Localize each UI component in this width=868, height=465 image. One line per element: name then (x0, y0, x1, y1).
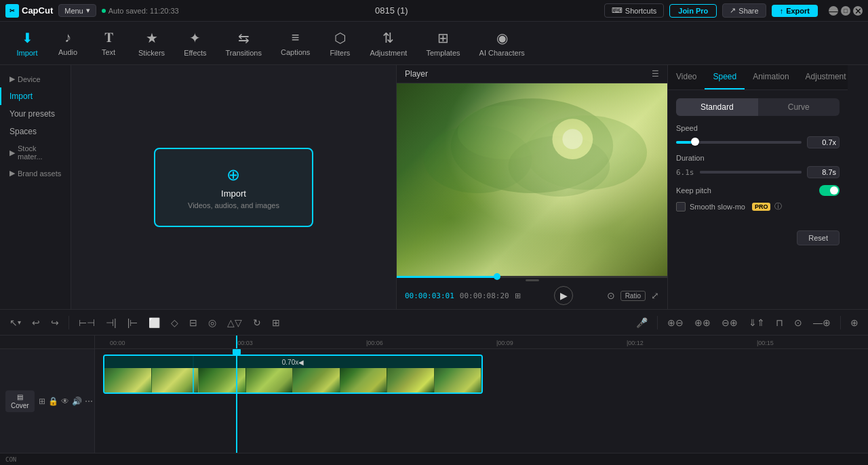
video-clip[interactable]: 0.70x◀ (103, 355, 483, 394)
ruler-mark-2: |00:06 (366, 340, 383, 346)
timeline-ruler: 00:00 |00:03 |00:06 |00:09 |00:12 |00:15 (95, 336, 868, 349)
sidebar-item-import[interactable]: Import (0, 87, 71, 105)
main-area: ▶ Device Import Your presets Spaces ▶ St… (0, 65, 868, 309)
speed-mode-standard[interactable]: Standard (676, 98, 758, 116)
thumb-8 (435, 368, 482, 392)
speed-value[interactable]: 0.7x (807, 136, 840, 148)
split-button[interactable]: ⊢⊣ (75, 315, 99, 331)
join-pro-button[interactable]: Join Pro (669, 4, 717, 18)
track-more-icon[interactable]: ⋯ (85, 397, 93, 406)
rotate-button[interactable]: ↻ (249, 315, 265, 331)
crop-button[interactable]: ◇ (167, 315, 182, 331)
toolbar-adjustment[interactable]: ⇅ Adjustment (361, 27, 415, 60)
track-audio-icon[interactable]: 🔊 (72, 397, 82, 406)
tab-video[interactable]: Video (668, 65, 705, 89)
maximize-button[interactable]: □ (841, 6, 850, 16)
toolbar-templates[interactable]: ⊞ Templates (418, 27, 468, 60)
add-track-button[interactable]: ⊕⊖ (663, 315, 688, 331)
share-button[interactable]: ↗ Share (722, 3, 766, 18)
trim-start-button[interactable]: ⊣| (102, 315, 121, 331)
play-button[interactable]: ▶ (554, 286, 573, 305)
sidebar-section-device[interactable]: ▶ Device (0, 70, 71, 87)
sidebar-section-brand[interactable]: ▶ Brand assets (0, 165, 71, 182)
redo-button[interactable]: ↪ (47, 315, 63, 331)
toolbar-transitions-label: Transitions (226, 49, 262, 57)
grid-icon[interactable]: ⊞ (515, 291, 521, 300)
media-panel: ⊕ Import Videos, audios, and images (71, 65, 397, 309)
reset-button[interactable]: Reset (797, 230, 840, 245)
track-eye-icon[interactable]: 👁 (61, 397, 69, 406)
fullscreen-button[interactable]: ⤢ (651, 290, 659, 301)
toolbar-captions[interactable]: ≡ Captions (273, 27, 318, 59)
fit-button[interactable]: ⊟ (185, 315, 201, 331)
duration-slider[interactable] (700, 171, 802, 174)
duration-value[interactable]: 8.7s (807, 166, 840, 178)
trim-end-button[interactable]: |⊢ (123, 315, 142, 331)
screenshot-button[interactable]: ⊙ (607, 290, 615, 301)
close-button[interactable]: ✕ (853, 6, 863, 16)
minimize-button[interactable]: — (829, 6, 838, 16)
duration-label: Duration (676, 154, 840, 162)
cover-label: Cover (11, 402, 29, 409)
keep-pitch-toggle[interactable] (819, 185, 840, 196)
sidebar-section-stock[interactable]: ▶ Stock mater... (0, 140, 71, 165)
player-menu-icon[interactable]: ☰ (652, 69, 659, 79)
right-tabs: Video Speed Animation Adjustment » (668, 65, 848, 90)
freeze-button[interactable]: ◎ (204, 315, 220, 331)
export-button[interactable]: ↑ Export (772, 5, 818, 17)
toolbar-transitions[interactable]: ⇆ Transitions (218, 27, 270, 60)
toolbar-import[interactable]: ⬇ Import (8, 27, 46, 60)
mic-button[interactable]: 🎤 (632, 315, 652, 331)
ruler-mark-4: |00:12 (627, 340, 644, 346)
toolbar-ai-characters-label: AI Characters (479, 49, 525, 57)
player-collapse-handle[interactable] (526, 279, 539, 281)
cover-button[interactable]: ▤ Cover (5, 390, 35, 412)
duration-start: 6.1s (676, 168, 694, 177)
info-icon[interactable]: ⓘ (774, 201, 782, 211)
toolbar-audio[interactable]: ♪ Audio (49, 27, 87, 59)
logo-icon: ✂ (5, 4, 19, 18)
import-dropzone[interactable]: ⊕ Import Videos, audios, and images (154, 148, 313, 227)
keep-pitch-row: Keep pitch (676, 185, 840, 196)
undo-button[interactable]: ↩ (28, 315, 44, 331)
more-button[interactable]: ⊞ (268, 315, 284, 331)
shortcuts-button[interactable]: ⌨ Shortcuts (604, 3, 664, 18)
toolbar-stickers-label: Stickers (138, 49, 165, 57)
toolbar-ai-characters[interactable]: ◉ AI Characters (471, 27, 533, 60)
chevron-right-icon: ▶ (9, 75, 15, 83)
ratio-badge[interactable]: Ratio (620, 291, 646, 301)
ripple-button[interactable]: ⊓ (772, 315, 787, 331)
minus-button[interactable]: —⊕ (809, 315, 835, 331)
sidebar-item-presets[interactable]: Your presets (0, 105, 71, 123)
player-header: Player ☰ (397, 65, 667, 83)
delete-button[interactable]: ⬜ (144, 315, 164, 331)
bottom-bar: CON (0, 453, 868, 465)
detach-audio-button[interactable]: ⇓⇑ (745, 315, 769, 331)
speed-slider[interactable] (676, 141, 802, 144)
magnet-button[interactable]: ⊙ (790, 315, 806, 331)
speed-mode-curve[interactable]: Curve (758, 98, 840, 116)
track-visibility-icon[interactable]: 🔒 (48, 397, 58, 406)
auto-button[interactable]: △▽ (223, 315, 246, 331)
select-tool-button[interactable]: ↖ ▾ (5, 315, 25, 331)
menu-button[interactable]: Menu ▾ (58, 4, 96, 17)
tab-speed[interactable]: Speed (705, 65, 745, 89)
split-audio-button[interactable]: ⊖⊕ (717, 315, 742, 331)
tab-animation[interactable]: Animation (745, 65, 797, 89)
smooth-slowmo-checkbox[interactable] (676, 202, 686, 211)
player-video (397, 83, 667, 276)
toolbar-text[interactable]: 𝐓 Text (90, 27, 127, 59)
auto-saved-status: Auto saved: 11:20:33 (102, 7, 179, 15)
player-title: Player (405, 69, 428, 79)
merge-button[interactable]: ⊕⊕ (690, 315, 715, 331)
toolbar-filters[interactable]: ⬡ Filters (321, 27, 359, 60)
player-scrubber[interactable] (397, 276, 667, 278)
track-lock-icon[interactable]: ⊞ (39, 397, 45, 406)
sidebar-item-spaces[interactable]: Spaces (0, 123, 71, 140)
toolbar-effects[interactable]: ✦ Effects (176, 27, 214, 60)
tab-adjustment[interactable]: Adjustment (797, 65, 848, 89)
duration-fill (700, 171, 802, 174)
toolbar-stickers[interactable]: ★ Stickers (130, 27, 173, 60)
zoom-button[interactable]: ⊕ (846, 315, 863, 331)
speed-thumb[interactable] (691, 138, 699, 146)
